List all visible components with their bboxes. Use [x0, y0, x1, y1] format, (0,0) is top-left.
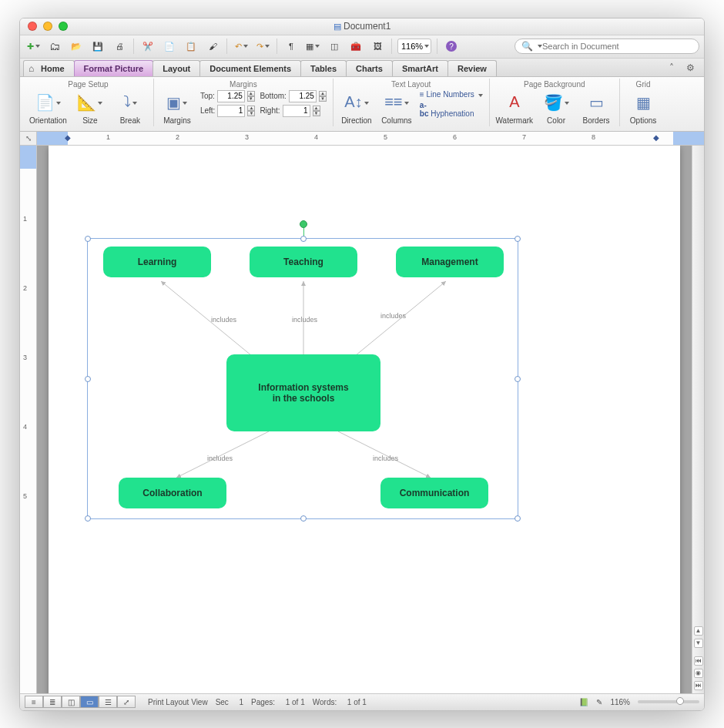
group-grid-title: Grid — [626, 80, 660, 89]
redo-button[interactable]: ↷ — [254, 38, 271, 55]
right-indent-marker-icon[interactable]: ◆ — [653, 133, 659, 142]
borders-button[interactable]: ▭Borders — [579, 90, 613, 125]
line-numbers-button[interactable]: ≡ Line Numbers — [420, 90, 483, 99]
document-title: Document1 — [344, 21, 390, 32]
scroll-down-button[interactable]: ▼ — [694, 639, 703, 648]
toggle-sidebar-button[interactable]: ◫ — [326, 38, 343, 55]
margin-left-stepper[interactable]: ▲▼ — [247, 106, 255, 116]
resize-handle-w[interactable] — [85, 376, 91, 382]
tab-home[interactable]: Home — [23, 60, 75, 76]
show-formatting-button[interactable]: ¶ — [283, 38, 300, 55]
paste-button[interactable]: 📋 — [183, 38, 199, 55]
new-button[interactable]: ✚ — [25, 38, 42, 55]
group-page-setup-title: Page Setup — [29, 80, 147, 89]
margin-top-input[interactable] — [217, 90, 245, 102]
document-canvas[interactable]: includes includes includes includes incl… — [37, 146, 692, 693]
tab-layout[interactable]: Layout — [153, 60, 200, 76]
grid-options-button[interactable]: ▦Options — [626, 90, 660, 125]
media-button[interactable]: 🖼 — [369, 38, 386, 55]
direction-button[interactable]: A↕Direction — [340, 90, 374, 125]
vertical-scrollbar[interactable]: ▲ ▼ ⏮ ◉ ⏭ — [692, 146, 704, 693]
margin-top-stepper[interactable]: ▲▼ — [247, 91, 255, 102]
resize-handle-s[interactable] — [300, 515, 307, 522]
view-focus-button[interactable]: ⤢ — [117, 696, 136, 708]
cut-button[interactable]: ✂️ — [139, 38, 156, 55]
spellcheck-icon[interactable]: 📗 — [579, 698, 588, 706]
browse-object-button[interactable]: ◉ — [694, 669, 703, 678]
rotation-handle[interactable] — [300, 220, 307, 228]
tab-review[interactable]: Review — [447, 60, 497, 76]
prev-page-button[interactable]: ⏮ — [694, 656, 703, 666]
size-button[interactable]: 📐Size — [73, 90, 107, 125]
margin-left-input[interactable] — [217, 105, 245, 117]
resize-handle-ne[interactable] — [515, 236, 521, 242]
hyphenation-button[interactable]: a-bc Hyphenation — [420, 101, 474, 118]
node-management[interactable]: Management — [396, 247, 504, 277]
ruler-corner[interactable]: ⤡ — [20, 132, 37, 145]
tab-tables[interactable]: Tables — [300, 60, 347, 76]
tab-charts[interactable]: Charts — [346, 60, 393, 76]
group-text-layout: Text Layout A↕Direction ≡≡Columns ≡ Line… — [334, 79, 490, 126]
view-notebook-button[interactable]: ☰ — [99, 696, 117, 708]
page[interactable]: includes includes includes includes incl… — [49, 146, 680, 693]
scroll-up-button[interactable]: ▲ — [694, 626, 703, 636]
collapse-ribbon-button[interactable]: ˄ — [663, 59, 680, 76]
edge-label-collaboration: includes — [207, 455, 233, 462]
search-box[interactable]: 🔍 — [515, 39, 699, 54]
indent-marker-icon[interactable]: ◆ — [65, 133, 71, 142]
watermark-button[interactable]: AWatermark — [496, 90, 534, 125]
resize-handle-n[interactable] — [300, 236, 307, 242]
picture-selection-frame[interactable]: includes includes includes includes incl… — [87, 238, 518, 519]
orientation-button[interactable]: 📄Orientation — [29, 90, 67, 125]
resize-handle-se[interactable] — [515, 515, 521, 522]
columns-button[interactable]: ≡≡Columns — [380, 90, 414, 125]
toolbox-button[interactable]: 🧰 — [347, 38, 364, 55]
edge-label-teaching: includes — [292, 316, 317, 324]
node-teaching[interactable]: Teaching — [250, 247, 357, 277]
break-button[interactable]: ⤵Break — [113, 90, 147, 125]
margin-bottom-stepper[interactable]: ▲▼ — [319, 91, 327, 102]
view-publishing-button[interactable]: ◫ — [62, 696, 80, 708]
node-communication[interactable]: Communication — [380, 478, 488, 508]
format-painter-button[interactable]: 🖌 — [204, 38, 221, 55]
status-zoom-value: 116% — [610, 698, 630, 706]
resize-handle-e[interactable] — [515, 376, 521, 382]
tab-document-elements[interactable]: Document Elements — [199, 60, 301, 76]
margins-button[interactable]: ▣Margins — [160, 90, 194, 125]
view-outline-button[interactable]: ≣ — [43, 696, 62, 708]
margin-bottom-input[interactable] — [289, 90, 317, 102]
margin-right-stepper[interactable]: ▲▼ — [313, 106, 320, 116]
tab-format-picture[interactable]: Format Picture — [74, 60, 154, 76]
copy-button[interactable]: 📄 — [161, 38, 178, 55]
status-bar: ≡ ≣ ◫ ▭ ☰ ⤢ Print Layout View Sec 1 Page… — [20, 693, 704, 710]
view-draft-button[interactable]: ≡ — [25, 696, 43, 708]
node-center[interactable]: Information systems in the schools — [226, 354, 380, 431]
resize-handle-nw[interactable] — [85, 236, 91, 242]
resize-handle-sw[interactable] — [85, 515, 91, 522]
group-margins: Margins ▣Margins Top:▲▼ Bottom:▲▼ Left:▲… — [154, 79, 334, 126]
save-button[interactable]: 💾 — [89, 38, 106, 55]
node-learning[interactable]: Learning — [103, 247, 211, 277]
vertical-ruler[interactable]: 1 2 3 4 5 — [20, 146, 37, 693]
edge-label-communication: includes — [373, 455, 398, 462]
template-button[interactable]: 🗂 — [46, 38, 63, 55]
edge-label-management: includes — [380, 312, 406, 320]
print-button[interactable]: 🖨 — [111, 38, 128, 55]
view-print-layout-button[interactable]: ▭ — [80, 696, 99, 708]
node-collaboration[interactable]: Collaboration — [119, 478, 226, 508]
open-button[interactable]: 📂 — [68, 38, 85, 55]
help-button[interactable]: ? — [443, 38, 460, 55]
zoom-combo[interactable]: 116% — [397, 39, 431, 54]
zoom-slider[interactable] — [638, 700, 699, 703]
search-input[interactable] — [542, 42, 692, 51]
tables-button[interactable]: ▦ — [304, 38, 321, 55]
page-color-button[interactable]: 🪣Color — [539, 90, 573, 125]
doc-type-icon: ▤ — [334, 22, 341, 31]
track-changes-icon[interactable]: ✎ — [596, 698, 602, 706]
margin-right-input[interactable] — [283, 105, 310, 117]
undo-button[interactable]: ↶ — [233, 38, 250, 55]
horizontal-ruler[interactable]: ⤡ ◆ 1 2 3 4 5 6 7 8 ◆ — [20, 132, 704, 146]
next-page-button[interactable]: ⏭ — [694, 681, 703, 690]
ribbon-settings-button[interactable]: ⚙ — [680, 59, 701, 76]
tab-smartart[interactable]: SmartArt — [392, 60, 448, 76]
